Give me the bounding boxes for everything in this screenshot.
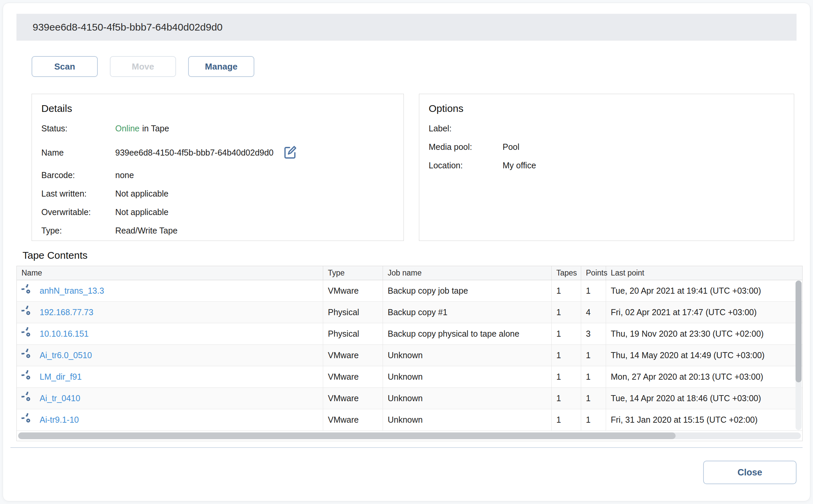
label-row: Label: — [429, 124, 784, 133]
column-header-job-name[interactable]: Job name — [383, 266, 552, 280]
info-panels: Details Status: Onlinein Tape Name 939ee… — [32, 94, 797, 241]
name-row: Name 939ee6d8-4150-4f5b-bbb7-64b40d02d9d… — [41, 145, 394, 160]
footer: Close — [16, 461, 797, 484]
column-header-type[interactable]: Type — [323, 266, 383, 280]
restore-point-icon — [22, 306, 35, 319]
barcode-label: Barcode: — [41, 170, 115, 180]
cell-name: Ai_tr6.0_0510 — [17, 345, 323, 366]
tape-content-name-link[interactable]: LM_dir_f91 — [40, 372, 82, 382]
cell-type: VMware — [323, 409, 383, 430]
tape-content-name-link[interactable]: Ai_tr_0410 — [40, 393, 80, 403]
footer-divider — [10, 447, 803, 448]
details-panel: Details Status: Onlinein Tape Name 939ee… — [32, 94, 404, 241]
table-row: LM_dir_f91 VMware Unknown 1 1 Mon, 27 Ap… — [17, 366, 802, 388]
table-row: 192.168.77.73 Physical Backup copy #1 1 … — [17, 302, 802, 323]
cell-name: LM_dir_f91 — [17, 366, 323, 387]
cell-last-point: Thu, 19 Nov 2020 at 23:30 (UTC +02:00) — [606, 323, 802, 344]
cell-tapes: 1 — [552, 388, 581, 409]
barcode-row: Barcode: none — [41, 170, 394, 180]
table-row: Ai-tr9.1-10 VMware Unknown 1 1 Fri, 31 J… — [17, 409, 802, 431]
name-value: 939ee6d8-4150-4f5b-bbb7-64b40d02d9d0 — [115, 148, 273, 158]
cell-points: 1 — [581, 388, 606, 409]
column-header-points[interactable]: Points — [581, 266, 606, 280]
column-header-tapes[interactable]: Tapes — [552, 266, 581, 280]
cell-points: 1 — [581, 280, 606, 301]
tape-content-name-link[interactable]: 10.10.16.151 — [40, 329, 89, 339]
status-suffix-text: in Tape — [142, 124, 169, 133]
tape-content-name-link[interactable]: 192.168.77.73 — [40, 307, 93, 317]
cell-name: 10.10.16.151 — [17, 323, 323, 344]
cell-job-name: Unknown — [383, 366, 552, 387]
dialog-title: 939ee6d8-4150-4f5b-bbb7-64b40d02d9d0 — [33, 22, 223, 33]
media-pool-value: Pool — [503, 142, 519, 152]
overwritable-label: Overwritable: — [41, 207, 115, 217]
table-row: Ai_tr6.0_0510 VMware Unknown 1 1 Thu, 14… — [17, 345, 802, 366]
cell-last-point: Tue, 20 Apr 2021 at 19:41 (UTC +03:00) — [606, 280, 802, 301]
tape-contents-heading: Tape Contents — [23, 250, 797, 261]
cell-type: VMware — [323, 366, 383, 387]
name-label: Name — [41, 148, 115, 158]
cell-job-name: Unknown — [383, 388, 552, 409]
cell-last-point: Mon, 27 Apr 2020 at 20:13 (UTC +03:00) — [606, 366, 802, 387]
table-row: 10.10.16.151 Physical Backup copy physic… — [17, 323, 802, 345]
tape-content-name-link[interactable]: Ai-tr9.1-10 — [40, 415, 79, 425]
restore-point-icon — [22, 327, 35, 341]
cell-name: Ai_tr_0410 — [17, 388, 323, 409]
cell-job-name: Unknown — [383, 409, 552, 430]
cell-name: anhN_trans_13.3 — [17, 280, 323, 301]
scan-button[interactable]: Scan — [32, 56, 98, 77]
column-header-name[interactable]: Name — [17, 266, 323, 280]
restore-point-icon — [22, 392, 35, 405]
table-header-row: Name Type Job name Tapes Points Last poi… — [17, 266, 802, 280]
cell-tapes: 1 — [552, 323, 581, 344]
tape-content-name-link[interactable]: Ai_tr6.0_0510 — [40, 350, 92, 360]
toolbar: Scan Move Manage — [32, 56, 797, 77]
cell-type: VMware — [323, 388, 383, 409]
table-row: Ai_tr_0410 VMware Unknown 1 1 Tue, 14 Ap… — [17, 388, 802, 409]
type-value: Read/Write Tape — [115, 226, 177, 236]
restore-point-icon — [22, 370, 35, 384]
cell-points: 4 — [581, 302, 606, 323]
media-pool-row: Media pool: Pool — [429, 142, 784, 152]
status-value: Onlinein Tape — [115, 124, 169, 133]
cell-name: Ai-tr9.1-10 — [17, 409, 323, 430]
barcode-value: none — [115, 170, 134, 180]
vertical-scrollbar-thumb[interactable] — [796, 281, 802, 382]
column-header-last-point[interactable]: Last point — [606, 266, 802, 280]
location-value: My office — [503, 161, 536, 170]
cell-job-name: Unknown — [383, 345, 552, 366]
type-row: Type: Read/Write Tape — [41, 226, 394, 236]
cell-points: 1 — [581, 345, 606, 366]
cell-job-name: Backup copy job tape — [383, 280, 552, 301]
manage-button[interactable]: Manage — [188, 56, 254, 77]
location-row: Location: My office — [429, 161, 784, 170]
cell-type: VMware — [323, 280, 383, 301]
last-written-label: Last written: — [41, 189, 115, 199]
cell-name: 192.168.77.73 — [17, 302, 323, 323]
last-written-value: Not applicable — [115, 189, 168, 199]
move-button: Move — [110, 56, 176, 77]
cell-tapes: 1 — [552, 366, 581, 387]
cell-type: Physical — [323, 323, 383, 344]
tape-content-name-link[interactable]: anhN_trans_13.3 — [40, 286, 104, 296]
horizontal-scrollbar-thumb[interactable] — [18, 432, 676, 439]
status-row: Status: Onlinein Tape — [41, 124, 394, 133]
table-row: anhN_trans_13.3 VMware Backup copy job t… — [17, 280, 802, 302]
restore-point-icon — [22, 413, 35, 427]
edit-name-button[interactable] — [282, 145, 298, 160]
cell-last-point: Tue, 14 Apr 2020 at 18:46 (UTC +03:00) — [606, 388, 802, 409]
restore-point-icon — [22, 349, 35, 362]
cell-tapes: 1 — [552, 409, 581, 430]
cell-last-point: Fri, 02 Apr 2021 at 17:47 (UTC +03:00) — [606, 302, 802, 323]
type-label: Type: — [41, 226, 115, 236]
horizontal-scrollbar-track[interactable] — [18, 432, 801, 439]
vertical-scrollbar[interactable] — [796, 281, 802, 430]
cell-points: 1 — [581, 409, 606, 430]
cell-points: 1 — [581, 366, 606, 387]
cell-type: Physical — [323, 302, 383, 323]
close-button[interactable]: Close — [703, 461, 797, 484]
location-label: Location: — [429, 161, 503, 170]
details-heading: Details — [41, 103, 394, 114]
horizontal-scrollbar[interactable] — [17, 431, 802, 441]
cell-points: 3 — [581, 323, 606, 344]
